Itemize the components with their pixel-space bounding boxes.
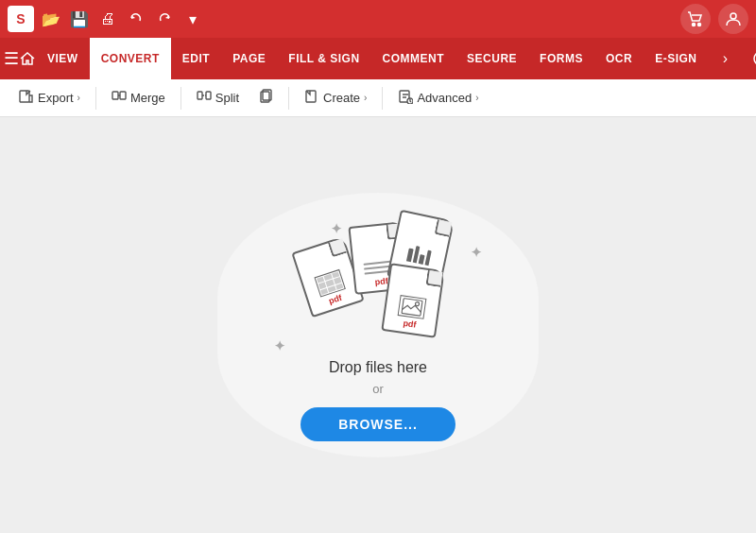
split-icon (197, 89, 212, 107)
pdf-doc-4: pdf (381, 263, 444, 337)
save-icon[interactable]: 💾 (70, 9, 89, 28)
svg-marker-1 (165, 15, 169, 19)
pdf-label-1: pdf (328, 292, 343, 305)
menu-convert[interactable]: CONVERT (90, 38, 171, 79)
create-button[interactable]: Create › (297, 85, 374, 111)
svg-point-4 (730, 13, 736, 19)
sep2 (180, 87, 181, 110)
menu-bar: ☰ VIEW CONVERT EDIT PAGE FILL & SIGN COM… (0, 38, 756, 79)
create-label: Create (323, 91, 360, 105)
export-icon (19, 89, 34, 107)
table-icon (314, 268, 345, 297)
browse-button[interactable]: BROWSE... (301, 407, 455, 441)
toolbar: Export › Merge Split (0, 79, 756, 117)
pdf-label-2: pdf (374, 276, 388, 286)
split-label: Split (215, 91, 239, 105)
svg-point-19 (415, 301, 420, 306)
svg-marker-0 (131, 15, 135, 19)
title-bar: S 📂 💾 🖨 ▾ (0, 0, 756, 38)
menu-fill-sign[interactable]: FILL & SIGN (277, 38, 370, 79)
advanced-label: Advanced (417, 91, 472, 105)
menu-ocr[interactable]: OCR (594, 38, 644, 79)
split-button[interactable]: Split (189, 85, 247, 111)
merge-button[interactable]: Merge (104, 85, 173, 111)
svg-point-2 (693, 24, 696, 26)
menu-bar-right: › (708, 42, 756, 76)
svg-rect-11 (198, 92, 202, 99)
create-chevron: › (364, 93, 367, 103)
advanced-icon (398, 89, 413, 107)
menu-comment[interactable]: COMMENT (371, 38, 456, 79)
copy-icon (258, 89, 273, 107)
svg-rect-12 (206, 92, 211, 99)
drop-text: Drop files here (329, 359, 427, 376)
sep4 (382, 87, 383, 110)
open-file-icon[interactable]: 📂 (42, 9, 60, 28)
menu-page[interactable]: PAGE (221, 38, 277, 79)
sparkle2: ✦ (471, 245, 482, 260)
menu-forms[interactable]: FORMS (528, 38, 594, 79)
image-icon (398, 295, 427, 319)
svg-rect-10 (120, 92, 126, 99)
print-icon[interactable]: 🖨 (98, 9, 117, 28)
pdf-label-4: pdf (403, 318, 417, 329)
pdf-illustration: pdf pdf pdf ↑ (293, 210, 463, 352)
title-bar-right (680, 4, 748, 34)
menu-view[interactable]: VIEW (36, 38, 90, 79)
copy-button[interactable] (250, 85, 281, 111)
title-bar-icons: 📂 💾 🖨 ▾ (42, 9, 680, 28)
sparkle3: ✦ (274, 338, 285, 353)
svg-point-3 (698, 24, 701, 26)
svg-rect-18 (402, 298, 422, 316)
merge-label: Merge (130, 91, 165, 105)
home-icon[interactable] (19, 38, 36, 79)
svg-rect-9 (112, 92, 118, 99)
menu-edit[interactable]: EDIT (171, 38, 221, 79)
menu-secure[interactable]: SECURE (455, 38, 528, 79)
main-content: ✦ ✦ ✦ pdf pdf (0, 117, 756, 533)
advanced-button[interactable]: Advanced › (390, 85, 486, 111)
chart-icon (404, 242, 435, 267)
merge-icon (112, 89, 127, 107)
sep3 (288, 87, 289, 110)
or-text: or (372, 382, 384, 396)
cart-button[interactable] (680, 4, 711, 34)
export-chevron: › (77, 93, 80, 103)
undo-icon[interactable] (127, 9, 146, 28)
export-label: Export (38, 91, 74, 105)
sep1 (95, 87, 96, 110)
create-icon (304, 89, 319, 107)
user-button[interactable] (718, 4, 748, 34)
more-menu-icon[interactable]: › (708, 42, 742, 76)
hamburger-icon[interactable]: ☰ (4, 38, 19, 79)
menu-esign[interactable]: E-SIGN (644, 38, 708, 79)
advanced-chevron: › (475, 93, 478, 103)
redo-icon[interactable] (155, 9, 174, 28)
export-button[interactable]: Export › (11, 85, 88, 111)
drop-zone[interactable]: ✦ ✦ ✦ pdf pdf (217, 193, 539, 457)
help-icon[interactable] (744, 42, 756, 76)
more-icon[interactable]: ▾ (183, 9, 202, 28)
app-logo[interactable]: S (8, 6, 34, 32)
